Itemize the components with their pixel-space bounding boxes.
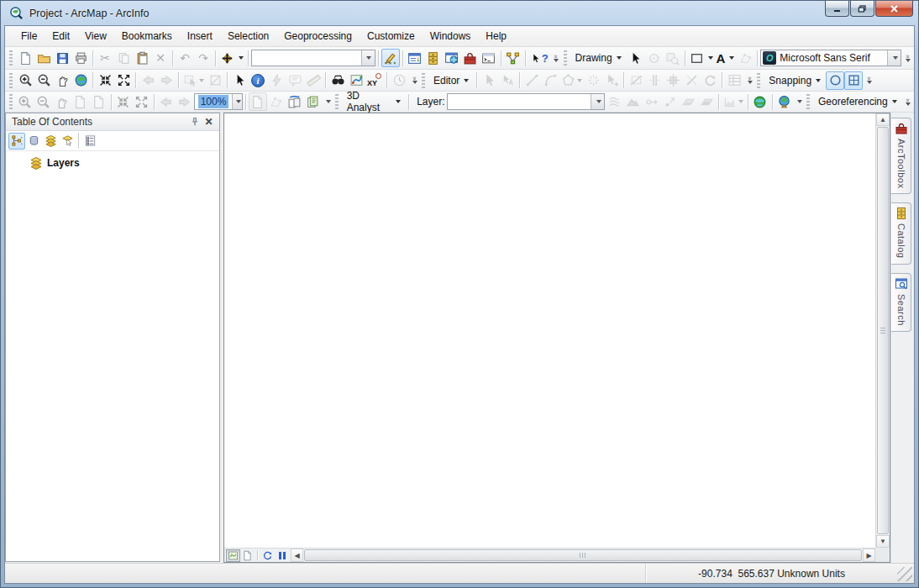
menu-bookmarks[interactable]: Bookmarks: [114, 28, 180, 45]
table-of-contents-window-button[interactable]: [406, 49, 424, 67]
scroll-left-button[interactable]: ◀: [291, 549, 303, 562]
editor-toolbar-grip[interactable]: [422, 73, 425, 88]
point-snapping-toggle[interactable]: [826, 71, 844, 90]
arcscene-button[interactable]: [775, 92, 794, 111]
layers-tree-item[interactable]: Layers: [6, 155, 219, 171]
menu-view[interactable]: View: [77, 28, 114, 45]
shape-tool-button[interactable]: [688, 49, 715, 67]
go-to-xy-button[interactable]: XY: [365, 71, 384, 90]
map-scale-combo[interactable]: [251, 50, 375, 66]
analyst3d-toolbar-overflow[interactable]: [794, 92, 804, 111]
menu-edit[interactable]: Edit: [45, 28, 77, 45]
layout-toolbar-overflow[interactable]: [323, 92, 333, 111]
arctoolbox-window-button[interactable]: [461, 49, 480, 67]
tab-arctoolbox[interactable]: ArcToolbox: [891, 118, 911, 194]
tab-catalog[interactable]: Catalog: [891, 202, 911, 264]
catalog-window-button[interactable]: [424, 49, 443, 67]
new-map-button[interactable]: [16, 49, 34, 67]
find-route-button[interactable]: [347, 71, 365, 90]
map-canvas[interactable]: [224, 113, 875, 548]
snapping-toolbar-grip[interactable]: [757, 73, 760, 88]
font-name-value[interactable]: Microsoft Sans Serif: [776, 50, 887, 66]
standard-toolbar-overflow[interactable]: ››: [550, 49, 561, 67]
toc-pin-button[interactable]: [187, 115, 202, 129]
analyst3d-menu-button[interactable]: 3D Analyst: [342, 92, 407, 111]
editor-menu-button[interactable]: Editor: [428, 71, 474, 90]
list-by-drawing-order-button[interactable]: [8, 133, 25, 150]
minimize-button[interactable]: [825, 1, 849, 17]
search-window-button[interactable]: [443, 49, 461, 67]
arcglobe-button[interactable]: [751, 92, 769, 111]
add-data-button[interactable]: [218, 49, 245, 67]
resize-grip[interactable]: [897, 567, 912, 581]
map-scale-value[interactable]: [252, 50, 361, 66]
refresh-view-button[interactable]: [260, 549, 275, 562]
change-layout-button[interactable]: [286, 92, 304, 111]
georeferencing-menu-button[interactable]: Georeferencing: [813, 92, 902, 111]
python-window-button[interactable]: [480, 49, 498, 67]
title-bar[interactable]: Project - ArcMap - ArcInfo: [1, 1, 918, 25]
georeferencing-toolbar-grip[interactable]: [806, 94, 810, 109]
save-button[interactable]: [53, 49, 71, 67]
snapping-toolbar-overflow[interactable]: ››: [863, 71, 874, 90]
paste-button[interactable]: [133, 49, 151, 67]
drawing-toolbar-grip[interactable]: [564, 50, 567, 66]
tools-toolbar-grip[interactable]: [9, 73, 13, 88]
vertex-snapping-toggle[interactable]: [844, 71, 863, 90]
analyst3d-layer-value[interactable]: [448, 94, 591, 109]
modelbuilder-button[interactable]: [504, 49, 523, 67]
snapping-menu-button[interactable]: Snapping: [764, 71, 826, 90]
font-combo[interactable]: O Microsoft Sans Serif: [760, 50, 901, 66]
menu-insert[interactable]: Insert: [180, 28, 220, 45]
scroll-down-button[interactable]: ▼: [876, 535, 890, 548]
layout-view-button[interactable]: [240, 549, 255, 562]
full-extent-button[interactable]: [71, 71, 90, 90]
toc-options-button[interactable]: [81, 133, 98, 150]
toc-header[interactable]: Table Of Contents ✕: [6, 113, 219, 131]
list-by-selection-button[interactable]: [59, 133, 76, 150]
data-view-button[interactable]: [226, 549, 240, 562]
drawing-menu-button[interactable]: Drawing: [570, 49, 627, 67]
editor-toolbar-toggle-button[interactable]: [381, 49, 400, 67]
zoom-out-tool[interactable]: [34, 71, 53, 90]
tools-toolbar-overflow[interactable]: ››: [408, 71, 419, 90]
menu-help[interactable]: Help: [478, 28, 514, 45]
print-button[interactable]: [71, 49, 90, 67]
find-tool[interactable]: [328, 71, 347, 90]
vertical-scroll-thumb[interactable]: [877, 127, 889, 534]
toc-close-button[interactable]: ✕: [202, 115, 216, 129]
data-driven-pages-button[interactable]: [304, 92, 323, 111]
horizontal-scrollbar[interactable]: ◀ ▶: [291, 549, 875, 562]
analyst3d-toolbar-grip[interactable]: [335, 94, 339, 109]
horizontal-scroll-thumb[interactable]: [304, 549, 862, 561]
analyst3d-layer-combo[interactable]: [447, 93, 606, 110]
list-by-source-button[interactable]: [25, 133, 42, 150]
vertical-scrollbar[interactable]: ▲ ▼: [875, 113, 890, 548]
menu-windows[interactable]: Windows: [423, 28, 479, 45]
tab-search[interactable]: Search: [891, 273, 911, 332]
fixed-zoom-in-button[interactable]: [96, 71, 114, 90]
menu-selection[interactable]: Selection: [220, 28, 276, 45]
analyst3d-layer-dropdown-button[interactable]: [591, 94, 604, 109]
pause-drawing-button[interactable]: [275, 549, 289, 562]
select-elements-tool-2[interactable]: [230, 71, 249, 90]
menu-geoprocessing[interactable]: Geoprocessing: [276, 28, 360, 45]
map-scale-dropdown-button[interactable]: [361, 50, 375, 66]
zoom-in-tool[interactable]: [16, 71, 34, 90]
standard-toolbar-grip[interactable]: [9, 50, 13, 66]
menu-customize[interactable]: Customize: [360, 28, 423, 45]
list-by-visibility-button[interactable]: [42, 133, 59, 150]
font-dropdown-button[interactable]: [887, 50, 901, 66]
select-elements-tool[interactable]: [627, 49, 645, 67]
close-button[interactable]: [875, 1, 913, 17]
layout-zoom-value[interactable]: 100%: [198, 95, 229, 108]
whats-this-help-button[interactable]: ?: [528, 49, 550, 67]
fixed-zoom-out-button[interactable]: [114, 71, 133, 90]
scroll-up-button[interactable]: ▲: [876, 113, 890, 126]
editor-toolbar-overflow[interactable]: ››: [743, 71, 754, 90]
georeferencing-toolbar-overflow[interactable]: ››: [902, 92, 912, 111]
layout-toolbar-grip[interactable]: [9, 94, 13, 109]
layout-zoom-dropdown-button[interactable]: [232, 94, 241, 109]
identify-tool[interactable]: i: [249, 71, 267, 90]
scroll-right-button[interactable]: ▶: [863, 549, 875, 562]
